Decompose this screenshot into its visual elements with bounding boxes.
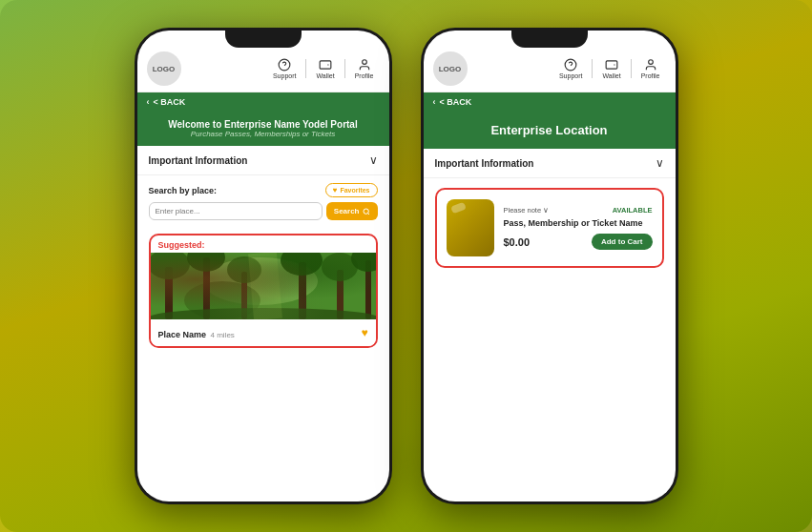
svg-point-4: [364, 209, 368, 214]
back-arrow-1: ‹: [147, 97, 150, 107]
wallet-nav-item-1[interactable]: Wallet: [310, 56, 340, 81]
available-badge: AVAILABLE: [613, 206, 653, 215]
search-area: Search by place: ♥ Favorites Search: [137, 175, 389, 228]
place-info: Place Name 4 miles: [158, 324, 235, 341]
important-info-label-1: Important Information: [149, 155, 248, 166]
ticket-price-row: $0.00 Add to Cart: [504, 234, 653, 250]
search-icon: [363, 208, 370, 215]
add-to-cart-button[interactable]: Add to Cart: [592, 234, 653, 250]
support-nav-item-1[interactable]: Support: [267, 56, 302, 81]
support-icon-1: [278, 58, 291, 72]
profile-icon-2: [644, 58, 657, 72]
suggested-box: Suggested:: [149, 234, 378, 348]
search-label-row: Search by place: ♥ Favorites: [149, 183, 378, 197]
place-footer: Place Name 4 miles ♥: [151, 319, 376, 346]
ticket-price: $0.00: [504, 236, 531, 248]
wallet-nav-item-2[interactable]: Wallet: [596, 56, 626, 81]
notch-1: [225, 31, 302, 48]
place-distance: 4 miles: [211, 331, 235, 339]
location-title: Enterprise Location: [435, 123, 664, 137]
welcome-title: Welcome to Enterprise Name Yodel Portal: [149, 119, 378, 130]
wallet-icon-1: [319, 58, 332, 72]
heart-icon: ♥: [333, 186, 338, 194]
svg-rect-2: [320, 61, 331, 69]
svg-point-3: [362, 60, 366, 65]
suggested-label: Suggested:: [151, 235, 376, 253]
search-input-row: Search: [149, 202, 378, 220]
please-note[interactable]: Please note ∨: [504, 206, 550, 215]
important-info-section-1[interactable]: Important Information ∨: [137, 146, 389, 175]
support-icon-2: [564, 58, 577, 72]
logo-2: LOGO: [433, 51, 468, 86]
chevron-down-icon-2: ∨: [656, 156, 664, 170]
nav-divider-1a: [305, 59, 306, 78]
nav-icons-2: Support Wallet Profile: [553, 56, 666, 81]
notch-2: [511, 31, 588, 48]
support-nav-item-2[interactable]: Support: [553, 56, 589, 81]
phone-2: LOGO Support Wallet: [421, 28, 678, 504]
profile-icon-1: [358, 58, 371, 72]
wallet-icon-2: [605, 58, 618, 72]
back-arrow-2: ‹: [433, 97, 436, 107]
back-button-2[interactable]: ‹ < BACK: [424, 92, 676, 112]
nav-divider-1b: [344, 59, 345, 78]
svg-rect-24: [606, 61, 617, 69]
ticket-details: Please note ∨ AVAILABLE Pass, Membership…: [504, 206, 653, 251]
favorites-button[interactable]: ♥ Favorites: [325, 183, 378, 197]
nav-divider-2b: [631, 59, 632, 78]
nav-divider-2a: [592, 59, 593, 78]
page-background: LOGO Support Wallet: [0, 0, 812, 532]
svg-point-25: [648, 60, 653, 65]
ticket-card: Please note ∨ AVAILABLE Pass, Membership…: [435, 188, 664, 268]
logo-1: LOGO: [147, 51, 181, 86]
place-image: [151, 253, 376, 319]
ticket-name: Pass, Membership or Ticket Name: [504, 218, 653, 230]
profile-nav-item-2[interactable]: Profile: [635, 56, 666, 81]
search-label: Search by place:: [149, 186, 218, 195]
chevron-down-icon-1: ∨: [369, 153, 378, 167]
please-note-row: Please note ∨ AVAILABLE: [504, 206, 653, 215]
welcome-subtitle: Purchase Passes, Memberships or Tickets: [149, 130, 378, 138]
ticket-shine: [450, 202, 467, 215]
phone-1-screen: LOGO Support Wallet: [137, 31, 389, 501]
welcome-banner: Welcome to Enterprise Name Yodel Portal …: [137, 112, 389, 146]
ticket-icon: [447, 199, 494, 256]
suggested-section: Suggested:: [137, 228, 389, 501]
chevron-down-icon-3: ∨: [543, 206, 549, 215]
important-info-label-2: Important Information: [435, 158, 534, 169]
profile-nav-item-1[interactable]: Profile: [349, 56, 380, 81]
nav-icons-1: Support Wallet Profile: [267, 56, 380, 81]
image-overlay: [151, 253, 376, 319]
phone-1: LOGO Support Wallet: [135, 28, 392, 504]
search-button[interactable]: Search: [326, 202, 378, 220]
important-info-section-2[interactable]: Important Information ∨: [424, 149, 676, 178]
place-favorite-icon[interactable]: ♥: [361, 326, 367, 339]
location-header: Enterprise Location: [424, 112, 676, 149]
search-input[interactable]: [149, 202, 323, 220]
phone-2-screen: LOGO Support Wallet: [424, 31, 676, 501]
back-button-1[interactable]: ‹ < BACK: [137, 92, 389, 112]
place-name: Place Name: [158, 330, 207, 339]
